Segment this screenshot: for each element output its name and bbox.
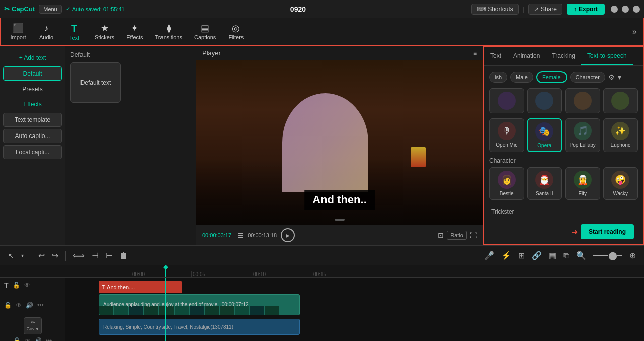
cover-track-more[interactable]: ••• — [45, 336, 53, 342]
left-panel: + Add text Default Presets Effects Text … — [0, 46, 65, 245]
ratio-button[interactable]: Ratio — [447, 231, 467, 240]
toolbar-stickers[interactable]: ★ Stickers — [90, 22, 119, 42]
video-track-lock[interactable]: 🔓 — [3, 301, 13, 310]
video-track-more[interactable]: ••• — [36, 301, 45, 310]
cover-track-lock[interactable]: 🔓 — [12, 336, 22, 342]
wacky-avatar: 🤪 — [611, 171, 629, 189]
toolbar-effects[interactable]: ✦ Effects — [121, 22, 148, 42]
text-track-clip[interactable]: T And then.... — [99, 281, 182, 293]
tab-tracking[interactable]: Tracking — [546, 47, 581, 65]
split-clip-icon[interactable]: ⚡ — [499, 249, 513, 262]
cursor-dropdown[interactable]: ▾ — [19, 251, 26, 260]
toolbar-more-button[interactable]: » — [630, 25, 639, 38]
add-text-button[interactable]: + Add text — [3, 51, 62, 64]
zoom-slider[interactable]: ━━━⬤━ — [591, 249, 624, 262]
sidebar-item-local-caption[interactable]: Local capti... — [3, 145, 62, 159]
video-track-volume[interactable]: 🔊 — [25, 301, 34, 310]
trickster-row: Trickster — [489, 205, 638, 218]
share-button[interactable]: ↗ Share — [528, 4, 562, 15]
group-icon[interactable]: ⊞ — [516, 249, 527, 262]
menu-button[interactable]: Menu — [39, 5, 62, 14]
voice-pop-lullaby[interactable]: 🎵 Pop Lullaby — [565, 118, 600, 152]
audio-track-clip[interactable]: Relaxing, Simple, Countryside, Travel, N… — [99, 319, 300, 335]
video-track-visibility[interactable]: 👁 — [15, 301, 23, 310]
total-time: 00:00:13:18 — [248, 232, 277, 238]
voice-card-3[interactable] — [565, 88, 600, 113]
sidebar-item-default[interactable]: Default — [3, 66, 62, 81]
list-icon[interactable]: ☰ — [237, 232, 244, 239]
player-header: Player ≡ — [196, 46, 483, 60]
play-button[interactable]: ▶ — [281, 228, 295, 242]
voice-euphoric[interactable]: ✨ Euphoric — [603, 118, 638, 152]
start-reading-button[interactable]: Start reading — [581, 224, 634, 239]
voice-elfy[interactable]: 🧝 Elfy — [565, 167, 600, 200]
voice-open-mic[interactable]: 🎙 Open Mic — [489, 118, 524, 152]
player-video[interactable]: And then.. — [196, 60, 483, 225]
toolbar-import[interactable]: ⬛ Import — [5, 22, 31, 42]
delete-end-tool[interactable]: ⊢ — [104, 249, 115, 262]
crop-icon[interactable]: ⊡ — [438, 231, 444, 239]
elfy-avatar: 🧝 — [574, 171, 592, 189]
filter-btn-female[interactable]: Female — [536, 71, 567, 83]
cover-track-visibility[interactable]: 👁 — [24, 336, 32, 342]
toolbar-transitions[interactable]: ⧫ Transitions — [150, 22, 187, 42]
toolbar-captions[interactable]: ▤ Captions — [189, 22, 221, 42]
mic-button[interactable]: 🎤 — [482, 249, 496, 262]
cursor-tool[interactable]: ↖ — [6, 250, 16, 262]
voice-card-1[interactable] — [489, 88, 524, 113]
filter-btn-character[interactable]: Character — [570, 72, 605, 83]
voice-card-2[interactable] — [527, 88, 562, 113]
split-screen-icon[interactable]: ⧉ — [561, 249, 571, 262]
voice-wacky[interactable]: 🤪 Wacky — [603, 167, 638, 200]
video-track-clip[interactable]: Audience applauding and enjoy at the end… — [99, 294, 300, 315]
redo-button[interactable]: ↪ — [50, 249, 60, 262]
filter-settings-icon[interactable]: ⚙ — [608, 73, 615, 81]
maximize-button[interactable] — [622, 6, 629, 13]
player-panel: Player ≡ And then.. 00:00:03:17 — [196, 46, 483, 245]
default-text-card[interactable]: Default text — [70, 62, 121, 103]
tab-animation[interactable]: Animation — [507, 47, 546, 65]
toolbar-text[interactable]: T Text — [61, 21, 88, 43]
text-track-lock[interactable]: 🔓 — [12, 281, 21, 290]
toolbar-audio[interactable]: ♪ Audio — [33, 22, 59, 42]
filter-btn-ish[interactable]: ish — [489, 72, 507, 83]
delete-start-tool[interactable]: ⊣ — [90, 249, 101, 262]
sidebar-item-auto-caption[interactable]: Auto captio... — [3, 129, 62, 143]
split-tool[interactable]: ⟺ — [71, 249, 87, 262]
cover-button[interactable]: ✏ Cover — [24, 317, 42, 334]
separator: | — [523, 6, 524, 13]
export-button[interactable]: ↑ Export — [567, 4, 605, 15]
import-icon: ⬛ — [13, 24, 24, 33]
add-track-icon[interactable]: ⊕ — [627, 249, 638, 262]
cover-track-volume[interactable]: 🔊 — [34, 336, 43, 341]
voice-avatar-2 — [535, 92, 553, 110]
link-icon[interactable]: 🔗 — [530, 249, 544, 262]
cover-icons: 🔓 👁 🔊 ••• — [12, 336, 53, 342]
zoom-out-icon[interactable]: 🔍 — [574, 249, 588, 262]
sidebar-item-presets[interactable]: Presets — [3, 83, 62, 96]
euphoric-avatar: ✨ — [611, 122, 629, 140]
sidebar-item-text-template[interactable]: Text template — [3, 113, 62, 127]
undo-button[interactable]: ↩ — [36, 249, 47, 262]
delete-tool[interactable]: 🗑 — [118, 249, 130, 262]
voice-bestie[interactable]: 👩 Bestie — [489, 167, 524, 200]
filter-dropdown-icon[interactable]: ▾ — [618, 73, 621, 81]
tab-text[interactable]: Text — [484, 47, 507, 65]
topbar-right: ⌨ Shortcuts | ↗ Share ↑ Export — [471, 4, 640, 15]
close-button[interactable] — [633, 6, 640, 13]
voice-avatar-4 — [611, 92, 629, 110]
player-more-button[interactable]: ≡ — [473, 50, 477, 57]
minimize-button[interactable] — [611, 6, 618, 13]
filter-btn-male[interactable]: Male — [510, 72, 533, 83]
text-track-visibility[interactable]: 👁 — [23, 281, 31, 290]
voice-opera[interactable]: 🎭 Opera — [527, 118, 562, 152]
fullscreen-button[interactable]: ⛶ — [470, 231, 477, 239]
voice-santa-ii[interactable]: 🎅 Santa II — [527, 167, 562, 200]
shortcuts-button[interactable]: ⌨ Shortcuts — [471, 4, 519, 15]
video-track-row: 🔓 👁 🔊 ••• Audience applauding and enjoy … — [0, 293, 644, 317]
align-icon[interactable]: ▦ — [547, 249, 558, 262]
voice-card-4[interactable] — [603, 88, 638, 113]
sidebar-item-effects[interactable]: Effects — [3, 98, 62, 111]
tab-tts[interactable]: Text-to-speech — [581, 47, 633, 65]
toolbar-filters[interactable]: ◎ Filters — [223, 22, 249, 42]
